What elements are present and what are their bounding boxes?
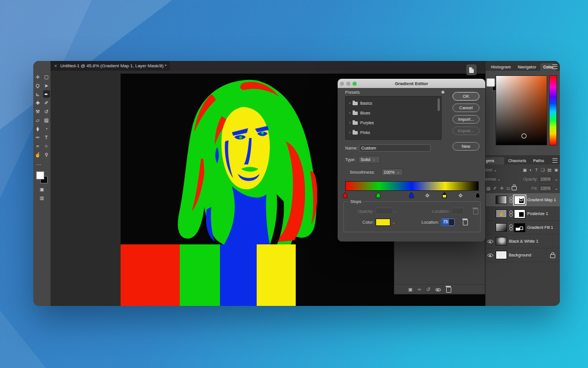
eraser-tool[interactable]: ▱: [34, 116, 41, 124]
chevron-right-icon[interactable]: ›: [349, 111, 350, 115]
preset-folder-pinks[interactable]: › Pinks: [346, 128, 441, 137]
layer-name[interactable]: Gradient Map 1: [527, 197, 556, 202]
delete-adjustment-icon[interactable]: [446, 287, 451, 293]
photo-thumbnail[interactable]: [496, 237, 507, 246]
filter-type-icon[interactable]: T: [535, 167, 538, 172]
visibility-eye-icon[interactable]: [435, 287, 440, 292]
gradient-fill-thumbnail[interactable]: [496, 223, 507, 232]
fg-swatch[interactable]: [486, 78, 495, 87]
layer-name[interactable]: Black & White 1: [509, 239, 539, 244]
healing-brush-tool[interactable]: ✚: [34, 99, 41, 106]
delete-stop-icon[interactable]: [463, 220, 468, 225]
brush-tool[interactable]: ✐: [43, 99, 50, 106]
gradient-name-input[interactable]: Custom: [359, 144, 431, 152]
lock-move-icon[interactable]: ✛: [500, 186, 503, 191]
layer-name[interactable]: Background: [509, 252, 531, 258]
stop-color-swatch[interactable]: [376, 218, 390, 226]
filter-pin-icon[interactable]: ◉: [554, 167, 558, 172]
gear-icon[interactable]: ✱: [441, 90, 444, 95]
crop-tool[interactable]: ⊾: [34, 90, 41, 98]
foreground-background-swatches[interactable]: [34, 170, 49, 184]
lock-paint-icon[interactable]: ✐: [493, 186, 497, 191]
layer-visibility-eye-icon[interactable]: [488, 252, 493, 258]
gradient-preview-bar[interactable]: [345, 181, 479, 191]
filter-adjustment-icon[interactable]: ◐: [530, 167, 533, 172]
chevron-down-icon[interactable]: ⌄: [555, 177, 558, 182]
clone-stamp-tool[interactable]: ⚒: [34, 108, 41, 115]
reset-icon[interactable]: ↺: [426, 287, 430, 292]
gradient-tool[interactable]: ▧: [43, 116, 50, 124]
gradient-stop-red[interactable]: [343, 193, 347, 198]
document-tab[interactable]: ✕ Untitled-1 @ 45.8% (Gradient Map 1, La…: [51, 61, 170, 71]
type-select[interactable]: Solid ⌄: [358, 156, 380, 163]
chevron-right-icon[interactable]: ›: [349, 131, 350, 135]
layers-menu-icon[interactable]: [552, 158, 558, 163]
clip-to-layer-icon[interactable]: ▣: [408, 287, 413, 292]
chevron-right-icon[interactable]: ›: [349, 121, 350, 125]
gradient-midpoint[interactable]: [459, 194, 462, 197]
ok-button[interactable]: OK: [452, 92, 479, 101]
presets-scrollbar-thumb[interactable]: [438, 98, 440, 111]
blur-tool[interactable]: ⧫: [34, 125, 41, 132]
preset-folder-purples[interactable]: › Purples: [346, 118, 441, 128]
smoothness-select[interactable]: 100% ⌄: [381, 168, 403, 176]
layer-row-gradient-fill[interactable]: Gradient Fill 1: [486, 221, 560, 235]
tab-close-icon[interactable]: ✕: [54, 64, 57, 68]
move-tool[interactable]: ✛: [34, 73, 41, 80]
object-selection-tool[interactable]: ➤: [43, 82, 50, 89]
picker-cursor[interactable]: [521, 133, 527, 139]
foreground-color-swatch[interactable]: [36, 171, 44, 179]
tab-layers[interactable]: Layers: [486, 157, 504, 164]
location-input[interactable]: 75: [441, 218, 455, 226]
filter-shape-icon[interactable]: ❏: [541, 167, 545, 172]
lasso-tool[interactable]: Ϙ: [34, 82, 41, 89]
gradient-stop-blue[interactable]: [409, 193, 413, 198]
layer-name[interactable]: Gradient Fill 1: [527, 225, 553, 230]
layer-mask-thumbnail[interactable]: [514, 223, 525, 232]
layer-row-posterize[interactable]: ☝ Posterize 1: [486, 207, 560, 221]
gradient-stop-black[interactable]: [476, 193, 480, 198]
gradient-stop-green[interactable]: [376, 193, 380, 198]
filter-pixel-icon[interactable]: ▣: [523, 167, 527, 172]
link-icon[interactable]: ∞: [418, 287, 421, 292]
more-tools-button[interactable]: …: [36, 159, 42, 167]
preset-folder-basics[interactable]: › Basics: [346, 98, 441, 108]
path-select-tool[interactable]: ➣: [34, 142, 41, 150]
tab-histogram[interactable]: Histogram: [488, 63, 514, 71]
background-thumbnail[interactable]: [496, 251, 507, 259]
screen-mode-button[interactable]: ▥: [38, 195, 46, 201]
dodge-tool[interactable]: ◔: [43, 125, 50, 132]
layer-visibility-eye-icon[interactable]: [488, 239, 493, 244]
dialog-titlebar[interactable]: Gradient Editor: [338, 79, 485, 88]
chevron-down-icon[interactable]: ⌄: [392, 220, 395, 224]
kind-dropdown[interactable]: Kind: [484, 168, 492, 172]
collapsed-panel-button[interactable]: [466, 64, 477, 75]
layer-mask-thumbnail[interactable]: [514, 209, 525, 218]
lock-all-icon[interactable]: [512, 186, 517, 190]
marquee-tool[interactable]: ▢: [43, 73, 50, 80]
history-brush-tool[interactable]: ↺: [43, 108, 50, 115]
hand-tool[interactable]: ☝: [34, 151, 41, 158]
chevron-down-icon[interactable]: ⌄: [555, 186, 558, 191]
zoom-tool[interactable]: ⚲: [43, 151, 50, 158]
posterize-thumbnail[interactable]: ☝: [496, 209, 507, 218]
cancel-button[interactable]: Cancel: [452, 103, 479, 112]
layer-mask-thumbnail[interactable]: [514, 195, 525, 205]
fill-value[interactable]: 100%: [539, 185, 552, 191]
tab-navigator[interactable]: Navigator: [515, 63, 539, 71]
gradient-map-thumbnail[interactable]: [496, 195, 507, 204]
filter-smart-icon[interactable]: ▤: [547, 167, 551, 172]
panel-menu-icon[interactable]: [552, 64, 558, 69]
quick-mask-button[interactable]: ▣: [38, 186, 46, 193]
layer-name[interactable]: Posterize 1: [527, 211, 548, 216]
tab-channels[interactable]: Channels: [505, 157, 529, 164]
saturation-picker[interactable]: [496, 75, 547, 145]
lock-transparent-icon[interactable]: ▨: [486, 186, 490, 191]
layer-row-black-white[interactable]: Black & White 1: [486, 235, 560, 248]
gradient-midpoint[interactable]: [425, 194, 429, 197]
opacity-value[interactable]: 100%: [539, 176, 552, 182]
new-button[interactable]: New: [452, 142, 479, 151]
type-tool[interactable]: T: [43, 133, 50, 141]
tab-paths[interactable]: Paths: [531, 157, 547, 164]
import-button[interactable]: Import...: [452, 115, 479, 124]
